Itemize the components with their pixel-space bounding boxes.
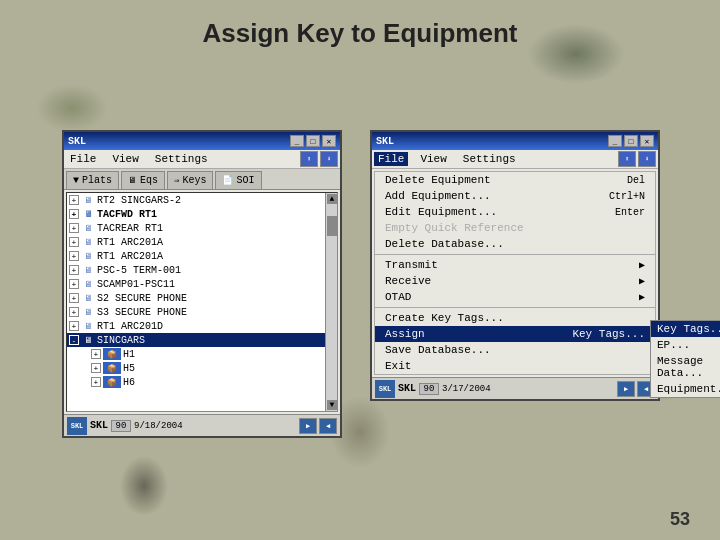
right-minimize-button[interactable]: _ (608, 135, 622, 147)
right-menu-settings[interactable]: Settings (459, 152, 520, 166)
device-icon-arc201a-1: 🖥 (81, 236, 95, 248)
toolbar-icon-1[interactable]: ⬆ (300, 151, 318, 167)
menu-create-key-tags[interactable]: Create Key Tags... (375, 310, 655, 326)
expand-arc201a-1[interactable]: + (69, 237, 79, 247)
left-menu-settings[interactable]: Settings (151, 152, 212, 166)
tree-label-psc5: PSC-5 TERM-001 (97, 265, 181, 276)
expand-s3phone[interactable]: + (69, 307, 79, 317)
device-icon-sincgars: 🖥 (81, 334, 95, 346)
submenu-item-equipment[interactable]: Equipment... (651, 381, 720, 397)
page-number: 53 (670, 509, 690, 530)
maximize-button[interactable]: □ (306, 135, 320, 147)
menu-save-database[interactable]: Save Database... (375, 342, 655, 358)
otad-arrow: ▶ (639, 291, 645, 303)
close-button[interactable]: ✕ (322, 135, 336, 147)
tree-item-s3phone[interactable]: + 🖥 S3 SECURE PHONE (67, 305, 337, 319)
left-status-icon-2[interactable]: ◀ (319, 418, 337, 434)
submenu-item-ep[interactable]: EP... (651, 337, 720, 353)
expand-scamp[interactable]: + (69, 279, 79, 289)
expand-s2phone[interactable]: + (69, 293, 79, 303)
left-scrollbar-thumb[interactable] (327, 216, 337, 236)
tree-label-sincgars: SINCGARS (97, 335, 145, 346)
left-status-icon-1[interactable]: ▶ (299, 418, 317, 434)
right-toolbar: ⬆ ⬇ (618, 151, 656, 167)
receive-arrow: ▶ (639, 275, 645, 287)
right-status-bar: SKL SKL 90 3/17/2004 ▶ ◀ (372, 377, 658, 399)
expand-tacfwd[interactable]: + (69, 209, 79, 219)
left-menu-view[interactable]: View (108, 152, 142, 166)
expand-psc5[interactable]: + (69, 265, 79, 275)
tree-item-h1[interactable]: + 📦 H1 (67, 347, 337, 361)
tree-item-sincgars[interactable]: - 🖥 SINCGARS (67, 333, 337, 347)
tab-plats[interactable]: ▼ Plats (66, 171, 119, 189)
page-title: Assign Key to Equipment (0, 18, 720, 49)
tree-item-tacrear[interactable]: + 🖥 TACREAR RT1 (67, 221, 337, 235)
tree-item-psc5[interactable]: + 🖥 PSC-5 TERM-001 (67, 263, 337, 277)
tree-label-arc201a-1: RT1 ARC201A (97, 237, 163, 248)
expand-arc201d[interactable]: + (69, 321, 79, 331)
left-menu-bar: File View Settings ⬆ ⬇ (64, 150, 340, 169)
create-key-tags-label: Create Key Tags... (385, 312, 504, 324)
right-window-title: SKL (376, 136, 394, 147)
assign-submenu: Key Tags... EP... Message Data... Equipm… (650, 320, 720, 398)
expand-arc201a-2[interactable]: + (69, 251, 79, 261)
right-status-num: 90 (419, 383, 439, 395)
edit-equipment-label: Edit Equipment... (385, 206, 497, 218)
right-maximize-button[interactable]: □ (624, 135, 638, 147)
tab-keys-icon: ⇒ (174, 175, 179, 186)
expand-h6[interactable]: + (91, 377, 101, 387)
menu-edit-equipment[interactable]: Edit Equipment... Enter (375, 204, 655, 220)
right-status-icon-1[interactable]: ▶ (617, 381, 635, 397)
right-close-button[interactable]: ✕ (640, 135, 654, 147)
tree-item-arc201a-2[interactable]: + 🖥 RT1 ARC201A (67, 249, 337, 263)
right-toolbar-icon-2[interactable]: ⬇ (638, 151, 656, 167)
delete-equipment-shortcut: Del (627, 175, 645, 186)
menu-assign[interactable]: Assign Key Tags... (375, 326, 655, 342)
tree-label-rt2: RT2 SINCGARS-2 (97, 195, 181, 206)
submenu-item-message-data[interactable]: Message Data... (651, 353, 720, 381)
expand-h1[interactable]: + (91, 349, 101, 359)
right-toolbar-icon-1[interactable]: ⬆ (618, 151, 636, 167)
menu-delete-equipment[interactable]: Delete Equipment Del (375, 172, 655, 188)
right-title-bar: SKL _ □ ✕ (372, 132, 658, 150)
tree-label-h5: H5 (123, 363, 135, 374)
device-icon-scamp: 🖥 (81, 278, 95, 290)
tab-eqs-icon: 🖥 (128, 175, 137, 186)
tree-item-tacfwd[interactable]: + 🖥 TACFWD RT1 (67, 207, 337, 221)
tree-item-arc201d[interactable]: + 🖥 RT1 ARC201D (67, 319, 337, 333)
tab-eqs[interactable]: 🖥 Eqs (121, 171, 165, 189)
left-window-title: SKL (68, 136, 86, 147)
tree-item-h6[interactable]: + 📦 H6 (67, 375, 337, 389)
menu-add-equipment[interactable]: Add Equipment... Ctrl+N (375, 188, 655, 204)
tab-eqs-label: Eqs (140, 175, 158, 186)
tree-item-arc201a-1[interactable]: + 🖥 RT1 ARC201A (67, 235, 337, 249)
left-scrollbar[interactable]: ▲ ▼ (325, 193, 337, 411)
tab-soi[interactable]: 📄 SOI (215, 171, 261, 189)
right-menu-view[interactable]: View (416, 152, 450, 166)
empty-quick-label: Empty Quick Reference (385, 222, 524, 234)
tree-item-s2phone[interactable]: + 🖥 S2 SECURE PHONE (67, 291, 337, 305)
tab-keys[interactable]: ⇒ Keys (167, 171, 213, 189)
tree-item-scamp[interactable]: + 🖥 SCAMP01-PSC11 (67, 277, 337, 291)
menu-receive[interactable]: Receive ▶ (375, 273, 655, 289)
right-menu-file[interactable]: File (374, 152, 408, 166)
otad-label: OTAD (385, 291, 411, 303)
device-icon-rt2: 🖥 (81, 194, 95, 206)
minimize-button[interactable]: _ (290, 135, 304, 147)
toolbar-icon-2[interactable]: ⬇ (320, 151, 338, 167)
submenu-item-keytags[interactable]: Key Tags... (651, 321, 720, 337)
tab-soi-label: SOI (236, 175, 254, 186)
expand-rt2[interactable]: + (69, 195, 79, 205)
expand-sincgars[interactable]: - (69, 335, 79, 345)
expand-tacrear[interactable]: + (69, 223, 79, 233)
expand-h5[interactable]: + (91, 363, 101, 373)
left-menu-file[interactable]: File (66, 152, 100, 166)
tree-item-rt2[interactable]: + 🖥 RT2 SINCGARS-2 (67, 193, 337, 207)
menu-exit[interactable]: Exit (375, 358, 655, 374)
right-title-buttons: _ □ ✕ (608, 135, 654, 147)
menu-otad[interactable]: OTAD ▶ (375, 289, 655, 305)
device-icon-h1: 📦 (103, 348, 121, 360)
tree-item-h5[interactable]: + 📦 H5 (67, 361, 337, 375)
menu-delete-database[interactable]: Delete Database... (375, 236, 655, 252)
menu-transmit[interactable]: Transmit ▶ (375, 257, 655, 273)
